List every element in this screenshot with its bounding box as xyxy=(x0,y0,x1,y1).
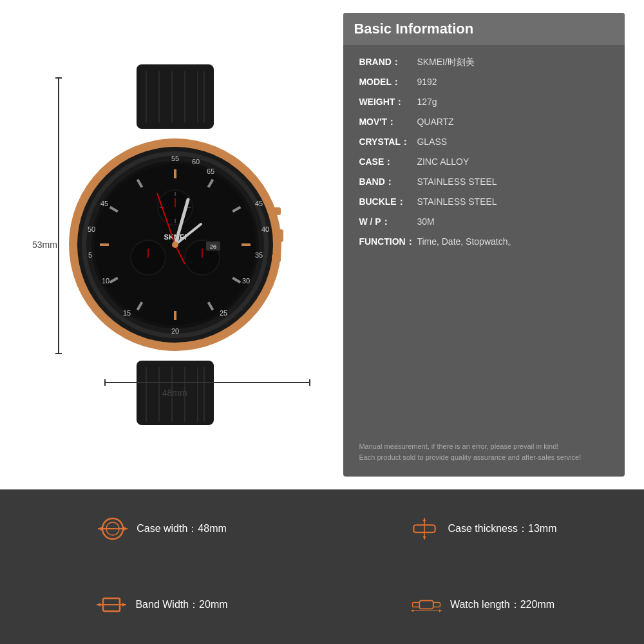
svg-marker-77 xyxy=(422,518,426,521)
band-width-icon xyxy=(95,589,128,621)
info-val-2: 127g xyxy=(417,95,437,109)
svg-text:40: 40 xyxy=(261,225,269,233)
info-key-9: FUNCTION： xyxy=(359,235,417,249)
info-val-8: 30M xyxy=(417,215,434,229)
svg-text:60: 60 xyxy=(192,158,200,166)
info-title-bar: Basic Information xyxy=(343,13,625,45)
info-val-3: QUARTZ xyxy=(417,115,453,129)
info-val-5: ZINC ALLOY xyxy=(417,155,469,169)
spec-cell-case-width: Case width：48mm xyxy=(3,492,321,565)
spec-cell-watch-length: Watch length：220mm xyxy=(323,568,641,641)
info-val-6: STAINLESS STEEL xyxy=(417,175,497,189)
top-section: 53mm xyxy=(0,0,644,489)
svg-text:5: 5 xyxy=(88,251,92,259)
info-row-8: W / P：30M xyxy=(359,215,609,229)
spec-label-band-width: Band Width：20mm xyxy=(135,598,227,612)
info-key-2: WEIGHT： xyxy=(359,95,417,109)
watch-image: 55 60 65 45 40 35 30 25 20 15 10 5 50 45 xyxy=(53,64,298,425)
svg-rect-67 xyxy=(273,229,283,242)
case-width-icon xyxy=(97,513,129,545)
svg-text:30: 30 xyxy=(242,277,250,285)
svg-marker-73 xyxy=(98,527,102,531)
spec-label-watch-length: Watch length：220mm xyxy=(450,598,554,612)
info-row-9: FUNCTION：Time, Date, Stopwatch。 xyxy=(359,235,609,249)
info-row-6: BAND：STAINLESS STEEL xyxy=(359,175,609,189)
info-key-4: CRYSTAL： xyxy=(359,135,417,149)
svg-marker-78 xyxy=(422,536,426,540)
svg-text:26: 26 xyxy=(210,243,216,250)
info-val-4: GLASS xyxy=(417,135,447,149)
info-val-0: SKMEI/时刻美 xyxy=(417,55,474,69)
info-note-line2: Each product sold to provide quality ass… xyxy=(359,452,609,464)
info-val-9: Time, Date, Stopwatch。 xyxy=(417,235,516,249)
svg-text:50: 50 xyxy=(88,225,95,233)
info-row-3: MOV'T：QUARTZ xyxy=(359,115,609,129)
svg-text:65: 65 xyxy=(207,167,214,175)
info-key-8: W / P： xyxy=(359,215,417,229)
info-row-2: WEIGHT：127g xyxy=(359,95,609,109)
watch-length-icon xyxy=(410,589,442,621)
svg-rect-37 xyxy=(242,243,251,246)
width-dimension-line xyxy=(104,382,310,383)
svg-text:15: 15 xyxy=(123,309,131,317)
spec-cell-band-width: Band Width：20mm xyxy=(3,568,321,641)
info-key-5: CASE： xyxy=(359,155,417,169)
info-key-6: BAND： xyxy=(359,175,417,189)
case-thickness-icon xyxy=(408,513,440,545)
svg-marker-87 xyxy=(411,609,413,612)
spec-label-case-thickness: Case thickness：13mm xyxy=(448,522,557,536)
svg-rect-84 xyxy=(419,601,433,609)
svg-marker-81 xyxy=(97,603,100,607)
svg-rect-69 xyxy=(272,254,281,262)
svg-rect-43 xyxy=(100,243,109,246)
info-key-1: MODEL： xyxy=(359,75,417,89)
width-label: 48mm xyxy=(162,388,187,398)
info-key-0: BRAND： xyxy=(359,55,417,69)
svg-rect-40 xyxy=(174,311,176,320)
width-label-text: 48mm xyxy=(162,388,187,398)
info-row-7: BUCKLE：STAINLESS STEEL xyxy=(359,195,609,209)
info-panel: Basic Information BRAND：SKMEI/时刻美MODEL：9… xyxy=(343,13,625,477)
info-val-7: STAINLESS STEEL xyxy=(417,195,497,209)
bottom-section: Case width：48mm Case thickness：13mm xyxy=(0,489,644,644)
svg-rect-68 xyxy=(272,207,281,215)
spec-cell-case-thickness: Case thickness：13mm xyxy=(323,492,641,565)
info-note: Manual measurement, if there is an error… xyxy=(359,441,609,464)
info-row-4: CRYSTAL：GLASS xyxy=(359,135,609,149)
svg-text:55: 55 xyxy=(171,155,179,162)
info-val-1: 9192 xyxy=(417,75,437,89)
svg-text:45: 45 xyxy=(100,200,108,207)
svg-text:45: 45 xyxy=(255,200,263,207)
info-title: Basic Information xyxy=(354,21,473,37)
main-container: 53mm xyxy=(0,0,644,644)
info-key-7: BUCKLE： xyxy=(359,195,417,209)
svg-rect-83 xyxy=(412,602,419,607)
svg-text:10: 10 xyxy=(102,277,109,285)
info-note-line1: Manual measurement, if there is an error… xyxy=(359,441,609,453)
watch-side: 53mm xyxy=(19,13,330,477)
svg-rect-85 xyxy=(433,602,440,607)
info-rows-container: BRAND：SKMEI/时刻美MODEL：9192WEIGHT：127gMOV'… xyxy=(359,55,609,255)
svg-point-66 xyxy=(172,242,178,248)
info-row-1: MODEL：9192 xyxy=(359,75,609,89)
svg-marker-82 xyxy=(122,603,126,607)
info-row-5: CASE：ZINC ALLOY xyxy=(359,155,609,169)
svg-marker-74 xyxy=(124,527,128,531)
info-row-0: BRAND：SKMEI/时刻美 xyxy=(359,55,609,69)
svg-marker-88 xyxy=(439,609,442,612)
svg-rect-0 xyxy=(137,64,214,129)
spec-label-case-width: Case width：48mm xyxy=(137,522,227,536)
svg-rect-34 xyxy=(174,169,176,178)
info-key-3: MOV'T： xyxy=(359,115,417,129)
svg-text:35: 35 xyxy=(255,251,263,259)
svg-text:25: 25 xyxy=(220,309,227,317)
svg-text:20: 20 xyxy=(171,327,179,335)
